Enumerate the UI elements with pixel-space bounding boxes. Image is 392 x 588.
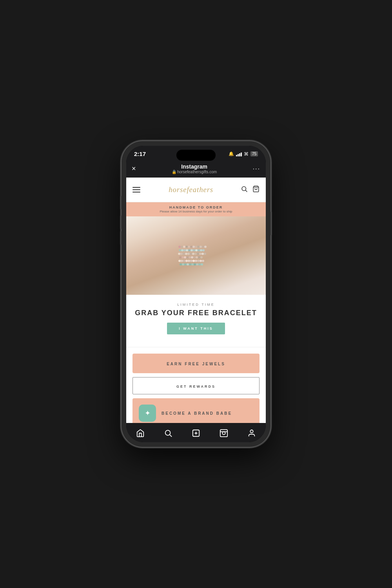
cart-icon[interactable]	[252, 185, 260, 194]
svg-text:horsefeathers: horsefeathers	[169, 185, 213, 194]
brand-babe-label: BECOME A BRAND BABE	[162, 411, 232, 416]
status-bar: 2:17 🔔 ⌘ 75	[126, 146, 266, 160]
promo-button[interactable]: I WANT THIS	[167, 323, 225, 334]
website-content: horsefeathers	[126, 178, 266, 423]
ig-reels-icon[interactable]	[220, 429, 228, 437]
get-rewards-label: GET REWARDS	[176, 385, 216, 388]
promo-headline: GRAB YOUR FREE BRACELET	[132, 309, 260, 317]
battery-icon: 75	[250, 151, 258, 156]
svg-point-12	[250, 430, 253, 433]
browser-title: Instagram	[172, 163, 217, 170]
dynamic-island	[176, 150, 216, 161]
status-time: 2:17	[134, 151, 146, 157]
wifi-icon: ⌘	[244, 151, 249, 157]
bracelet-group	[178, 246, 214, 266]
phone-screen: 2:17 🔔 ⌘ 75 × Instagram	[126, 146, 266, 442]
instagram-bottom-nav	[126, 423, 266, 442]
svg-line-5	[170, 435, 172, 437]
svg-line-2	[245, 190, 247, 192]
svg-point-4	[165, 430, 170, 436]
cta-section: EARN FREE JEWELS GET REWARDS ✦ BECOME A …	[126, 354, 266, 423]
bracelet-1	[178, 246, 214, 248]
ig-home-icon[interactable]	[136, 429, 145, 437]
earn-jewels-label: EARN FREE JEWELS	[167, 362, 225, 366]
svg-point-1	[242, 187, 246, 191]
diamond-icon: ✦	[145, 409, 151, 417]
bracelet-4	[179, 256, 213, 259]
bracelet-6	[180, 263, 212, 266]
ig-profile-icon[interactable]	[247, 429, 256, 437]
ig-search-icon[interactable]	[164, 429, 172, 437]
svg-rect-9	[220, 430, 227, 437]
hamburger-line-1	[132, 187, 140, 188]
search-icon[interactable]	[241, 185, 248, 194]
hamburger-menu[interactable]	[132, 187, 140, 192]
promo-eyebrow: LIMITED TIME	[132, 303, 260, 307]
signal-icon	[236, 152, 242, 156]
announcement-banner: HANDMADE TO ORDER Please allow 14 busine…	[126, 202, 266, 216]
status-icons: 🔔 ⌘ 75	[229, 151, 258, 157]
section-divider	[126, 347, 266, 347]
phone-frame: 2:17 🔔 ⌘ 75 × Instagram	[122, 141, 270, 447]
browser-center: Instagram 🔒 horsefeathersgifts.com	[172, 163, 217, 174]
earn-jewels-cta[interactable]: EARN FREE JEWELS	[132, 354, 260, 373]
hamburger-line-2	[132, 189, 140, 190]
banner-title: HANDMADE TO ORDER	[132, 205, 260, 209]
browser-close-button[interactable]: ×	[132, 165, 136, 173]
hero-image	[126, 216, 266, 295]
promo-section: LIMITED TIME GRAB YOUR FREE BRACELET I W…	[126, 295, 266, 341]
site-logo[interactable]: horsefeathers	[167, 182, 214, 197]
bracelet-5	[178, 260, 214, 262]
ig-add-icon[interactable]	[192, 429, 200, 437]
header-icons	[241, 185, 260, 194]
browser-url: 🔒 horsefeathersgifts.com	[172, 170, 217, 174]
browser-bar: × Instagram 🔒 horsefeathersgifts.com ···	[126, 160, 266, 178]
brand-babe-cta[interactable]: ✦ BECOME A BRAND BABE	[132, 398, 260, 423]
lock-icon: 🔒	[172, 170, 176, 174]
bracelet-2	[179, 249, 213, 252]
bracelet-3	[178, 253, 214, 255]
svg-point-10	[222, 432, 225, 434]
banner-subtitle: Please allow 14 business days for your o…	[132, 210, 260, 213]
brand-babe-icon: ✦	[139, 405, 156, 422]
notification-icon: 🔔	[229, 151, 234, 156]
site-header: horsefeathers	[126, 178, 266, 202]
browser-more-button[interactable]: ···	[253, 165, 260, 172]
get-rewards-cta[interactable]: GET REWARDS	[132, 377, 260, 394]
hamburger-line-3	[132, 192, 140, 192]
